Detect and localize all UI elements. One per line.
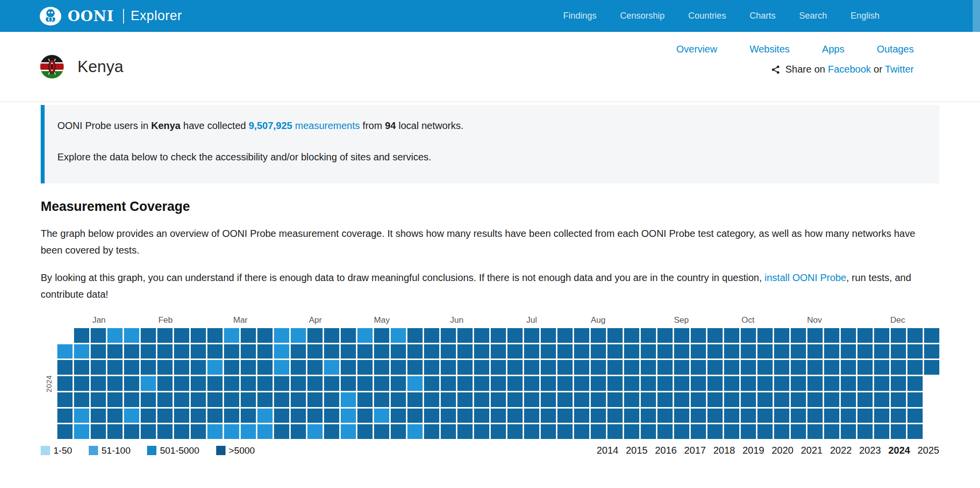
heatmap-cell[interactable]: [91, 360, 106, 375]
heatmap-cell[interactable]: [307, 376, 323, 391]
heatmap-cell[interactable]: [824, 409, 839, 423]
heatmap-cell[interactable]: [291, 376, 306, 391]
heatmap-cell[interactable]: [441, 409, 456, 423]
heatmap-cell[interactable]: [824, 360, 839, 375]
heatmap-cell[interactable]: [774, 392, 789, 407]
heatmap-cell[interactable]: [741, 424, 756, 439]
heatmap-cell[interactable]: [174, 344, 189, 359]
heatmap-cell[interactable]: [924, 360, 939, 375]
year-option-2023[interactable]: 2023: [859, 445, 881, 456]
heatmap-cell[interactable]: [841, 392, 856, 407]
heatmap-cell[interactable]: [541, 409, 556, 423]
heatmap-cell[interactable]: [241, 360, 256, 375]
heatmap-cell[interactable]: [74, 328, 89, 343]
top-nav-search[interactable]: Search: [799, 11, 827, 21]
heatmap-cell[interactable]: [457, 376, 473, 391]
heatmap-cell[interactable]: [241, 376, 256, 391]
heatmap-cell[interactable]: [674, 360, 689, 375]
heatmap-cell[interactable]: [724, 344, 739, 359]
heatmap-cell[interactable]: [407, 376, 423, 391]
heatmap-cell[interactable]: [641, 424, 656, 439]
heatmap-cell[interactable]: [724, 392, 739, 407]
heatmap-cell[interactable]: [607, 409, 623, 423]
heatmap-cell[interactable]: [124, 344, 139, 359]
heatmap-cell[interactable]: [674, 424, 689, 439]
heatmap-cell[interactable]: [474, 409, 489, 423]
heatmap-cell[interactable]: [757, 376, 773, 391]
heatmap-cell[interactable]: [557, 424, 573, 439]
heatmap-cell[interactable]: [324, 424, 339, 439]
heatmap-cell[interactable]: [207, 360, 223, 375]
heatmap-cell[interactable]: [707, 328, 723, 343]
heatmap-cell[interactable]: [691, 344, 706, 359]
year-option-2016[interactable]: 2016: [655, 445, 677, 456]
heatmap-cell[interactable]: [124, 392, 139, 407]
heatmap-cell[interactable]: [457, 409, 473, 423]
heatmap-cell[interactable]: [57, 409, 73, 423]
heatmap-cell[interactable]: [724, 328, 739, 343]
heatmap-cell[interactable]: [91, 376, 106, 391]
heatmap-cell[interactable]: [474, 376, 489, 391]
heatmap-cell[interactable]: [707, 376, 723, 391]
heatmap-cell[interactable]: [657, 392, 673, 407]
heatmap-cell[interactable]: [591, 360, 606, 375]
heatmap-cell[interactable]: [124, 360, 139, 375]
heatmap-cell[interactable]: [857, 409, 873, 423]
heatmap-cell[interactable]: [624, 344, 639, 359]
heatmap-cell[interactable]: [807, 424, 823, 439]
text-link[interactable]: Facebook: [828, 64, 871, 75]
heatmap-cell[interactable]: [441, 328, 456, 343]
heatmap-cell[interactable]: [507, 409, 523, 423]
heatmap-cell[interactable]: [557, 360, 573, 375]
heatmap-cell[interactable]: [174, 376, 189, 391]
heatmap-cell[interactable]: [791, 424, 806, 439]
heatmap-cell[interactable]: [741, 360, 756, 375]
heatmap-cell[interactable]: [807, 409, 823, 423]
heatmap-cell[interactable]: [291, 360, 306, 375]
heatmap-cell[interactable]: [591, 424, 606, 439]
heatmap-cell[interactable]: [407, 344, 423, 359]
heatmap-cell[interactable]: [157, 360, 173, 375]
heatmap-cell[interactable]: [424, 360, 439, 375]
heatmap-cell[interactable]: [424, 344, 439, 359]
heatmap-cell[interactable]: [207, 328, 223, 343]
heatmap-cell[interactable]: [791, 344, 806, 359]
heatmap-cell[interactable]: [274, 376, 289, 391]
heatmap-cell[interactable]: [557, 392, 573, 407]
heatmap-cell[interactable]: [607, 328, 623, 343]
year-option-2025[interactable]: 2025: [918, 445, 940, 456]
heatmap-cell[interactable]: [474, 344, 489, 359]
heatmap-cell[interactable]: [741, 392, 756, 407]
heatmap-cell[interactable]: [374, 328, 389, 343]
heatmap-cell[interactable]: [807, 344, 823, 359]
heatmap-cell[interactable]: [274, 424, 289, 439]
heatmap-cell[interactable]: [491, 328, 506, 343]
heatmap-cell[interactable]: [307, 328, 323, 343]
heatmap-cell[interactable]: [191, 392, 206, 407]
heatmap-cell[interactable]: [191, 328, 206, 343]
heatmap-cell[interactable]: [191, 424, 206, 439]
heatmap-cell[interactable]: [141, 360, 156, 375]
heatmap-cell[interactable]: [291, 344, 306, 359]
heatmap-cell[interactable]: [707, 409, 723, 423]
heatmap-cell[interactable]: [491, 392, 506, 407]
top-nav-countries[interactable]: Countries: [688, 11, 726, 21]
heatmap-cell[interactable]: [591, 328, 606, 343]
heatmap-cell[interactable]: [757, 424, 773, 439]
heatmap-cell[interactable]: [424, 409, 439, 423]
heatmap-cell[interactable]: [291, 328, 306, 343]
heatmap-cell[interactable]: [74, 424, 89, 439]
heatmap-cell[interactable]: [841, 360, 856, 375]
heatmap-cell[interactable]: [524, 424, 539, 439]
heatmap-cell[interactable]: [374, 360, 389, 375]
heatmap-cell[interactable]: [891, 360, 906, 375]
heatmap-cell[interactable]: [574, 360, 589, 375]
heatmap-cell[interactable]: [724, 376, 739, 391]
heatmap-cell[interactable]: [357, 424, 373, 439]
heatmap-cell[interactable]: [874, 424, 889, 439]
heatmap-cell[interactable]: [341, 392, 356, 407]
heatmap-cell[interactable]: [391, 328, 406, 343]
heatmap-cell[interactable]: [724, 360, 739, 375]
heatmap-cell[interactable]: [624, 409, 639, 423]
top-nav-findings[interactable]: Findings: [563, 11, 597, 21]
